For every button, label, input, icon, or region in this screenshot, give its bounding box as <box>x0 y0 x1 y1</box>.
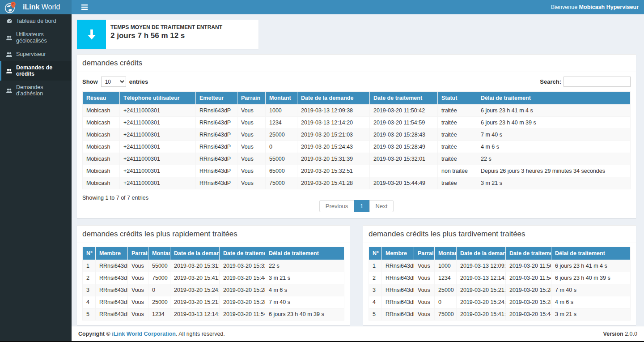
table-cell: 2019-03-20 11:54:59 <box>370 117 438 129</box>
column-header[interactable]: Date de traitement <box>370 92 438 105</box>
next-page-button[interactable]: Next <box>369 200 394 212</box>
column-header[interactable]: Parrain <box>414 247 435 260</box>
table-cell: 5 <box>369 308 382 321</box>
table-cell: 2019-03-20 15:32:51 <box>297 165 370 177</box>
table-cell: RRnsi643dP <box>382 308 414 321</box>
column-header[interactable]: Parrain <box>237 92 266 105</box>
table-cell: 2019-03-13 12:14:20 <box>170 308 220 321</box>
table-row: 2RRnsi643dPVous12342019-03-13 12:14:2020… <box>369 272 631 284</box>
column-header[interactable]: Membre <box>96 247 128 260</box>
table-cell: 6 jours 23 h 41 m 4 s <box>477 105 631 117</box>
table-cell: Vous <box>237 177 266 189</box>
table-cell: +24111000301 <box>120 105 196 117</box>
table-cell: 4 m 6 s <box>265 284 344 296</box>
table-footer: Showing 1 to 7 of 7 entries Previous 1 N… <box>82 194 631 214</box>
fastest-panel-title: demandes crédits les plus rapidement tra… <box>82 230 237 238</box>
table-cell: Vous <box>128 260 148 272</box>
column-header[interactable]: Date de la demande <box>170 247 220 260</box>
latest-panel: demandes crédits les plus tardivement tr… <box>363 225 636 325</box>
table-row: 5RRnsi643dPVous12342019-03-13 12:14:2020… <box>83 308 344 321</box>
column-header[interactable]: Délai de traitement <box>551 247 631 260</box>
sidebar-item-utilisateurs-geolocalises[interactable]: Utilisateurs géolocalisés <box>0 28 72 47</box>
table-cell <box>370 165 438 177</box>
table-cell: Mobicash <box>83 165 120 177</box>
column-header[interactable]: Montant <box>148 247 170 260</box>
table-cell: Vous <box>414 272 435 284</box>
table-cell: RRnsi643dP <box>96 272 128 284</box>
column-header[interactable]: Date de la demande <box>297 92 370 105</box>
table-cell: Mobicash <box>83 153 120 165</box>
page-length-select[interactable]: 10 <box>101 77 126 87</box>
column-header[interactable]: Réseau <box>83 92 120 105</box>
table-cell: 2019-03-20 11:50:42 <box>370 105 438 117</box>
column-header[interactable]: Parrain <box>128 247 148 260</box>
table-cell: Vous <box>414 260 435 272</box>
column-header[interactable]: Membre <box>382 247 414 260</box>
previous-page-button[interactable]: Previous <box>319 200 355 212</box>
table-cell: 2019-03-20 15:21:03 <box>170 296 220 308</box>
table-cell: Vous <box>237 105 266 117</box>
users-icon <box>6 68 13 74</box>
credits-table-header-row: RéseauTéléphone utilisateurEmetteurParra… <box>83 92 631 105</box>
column-header[interactable]: Montant <box>266 92 297 105</box>
column-header[interactable]: Délai de traitement <box>265 247 344 260</box>
table-row: 1RRnsi643dPVous10002019-03-13 12:09:3820… <box>369 260 631 272</box>
latest-panel-title: demandes crédits les plus tardivement tr… <box>369 230 525 238</box>
table-cell: traitée <box>438 105 477 117</box>
sidebar-toggle-button[interactable] <box>77 0 92 14</box>
sidebar-item-tableau-de-bord[interactable]: Tableau de bord <box>0 14 72 28</box>
column-header[interactable]: Date de traitement <box>506 247 551 260</box>
table-cell: Vous <box>128 284 148 296</box>
table-cell: RRnsi643dP <box>196 105 237 117</box>
table-row: 1RRnsi643dPVous550002019-03-20 15:31:392… <box>83 260 344 272</box>
table-cell: traitée <box>438 153 477 165</box>
table-cell: Mobicash <box>83 117 120 129</box>
latest-panel-body: N°MembreParrainMontantDate de la demande… <box>363 243 636 325</box>
table-cell: 2019-03-20 15:28:43 <box>370 129 438 141</box>
table-cell: 2019-03-13 12:09:38 <box>457 260 506 272</box>
table-cell: 2019-03-20 15:31:39 <box>297 153 370 165</box>
search-input[interactable] <box>564 77 631 87</box>
app-title: iLink World <box>23 3 60 11</box>
table-cell: 3 m 21 s <box>265 272 344 284</box>
table-cell: +24111000301 <box>120 165 196 177</box>
company-link[interactable]: iLink World Corporation <box>112 331 176 337</box>
table-cell: Vous <box>128 272 148 284</box>
table-cell: 2019-03-20 15:41:28 <box>457 308 506 321</box>
table-cell: 2 <box>83 272 96 284</box>
table-row: Mobicash+24111000301RRnsi643dPVous650002… <box>83 165 631 177</box>
table-row: 5RRnsi643dPVous750002019-03-20 15:41:282… <box>369 308 631 321</box>
table-cell: 2019-03-20 15:31:39 <box>170 260 220 272</box>
brand-logo-area[interactable]: iLink World <box>0 0 72 14</box>
users-icon <box>6 35 13 41</box>
column-header[interactable]: Délai de traitement <box>477 92 631 105</box>
fastest-table-head: N°MembreParrainMontantDate de la demande… <box>83 247 344 260</box>
column-header[interactable]: Date de traitement <box>220 247 265 260</box>
column-header[interactable]: Statut <box>438 92 477 105</box>
latest-panel-heading: demandes crédits les plus tardivement tr… <box>363 226 636 243</box>
sidebar-item-label: Demandes de crédits <box>16 64 69 77</box>
table-cell: 4 m 6 s <box>551 296 631 308</box>
table-cell: 3 <box>83 284 96 296</box>
column-header[interactable]: Date de la demande <box>457 247 506 260</box>
table-cell: 2019-03-13 12:14:20 <box>297 117 370 129</box>
table-cell: 2019-03-20 15:44:49 <box>506 308 551 321</box>
stat-card-icon-box <box>77 20 106 49</box>
table-cell: RRnsi643dP <box>96 284 128 296</box>
column-header[interactable]: Emetteur <box>196 92 237 105</box>
stat-card-value: 2 jours 7 h 56 m 12 s <box>110 31 222 40</box>
sidebar-item-demandes-de-credits[interactable]: Demandes de crédits <box>0 61 72 81</box>
column-header[interactable]: N° <box>83 247 96 260</box>
table-cell: Vous <box>414 296 435 308</box>
page-number-button[interactable]: 1 <box>354 200 369 212</box>
column-header[interactable]: N° <box>369 247 382 260</box>
main-content: TEMPS MOYEN DE TRAITEMENT ENTRANT 2 jour… <box>72 14 644 326</box>
table-cell: +24111000301 <box>120 129 196 141</box>
column-header[interactable]: Téléphone utilisateur <box>120 92 196 105</box>
table-cell: 2019-03-20 15:32:01 <box>220 260 265 272</box>
sidebar-item-superviseur[interactable]: Superviseur <box>0 47 72 61</box>
column-header[interactable]: Montant <box>435 247 457 260</box>
sidebar-item-label: Superviseur <box>16 51 46 57</box>
app-window: iLink World Bienvenue Mobicash Hypervise… <box>0 0 644 342</box>
sidebar-item-demandes-dadhesion[interactable]: Demandes d'adhésion <box>0 81 72 100</box>
